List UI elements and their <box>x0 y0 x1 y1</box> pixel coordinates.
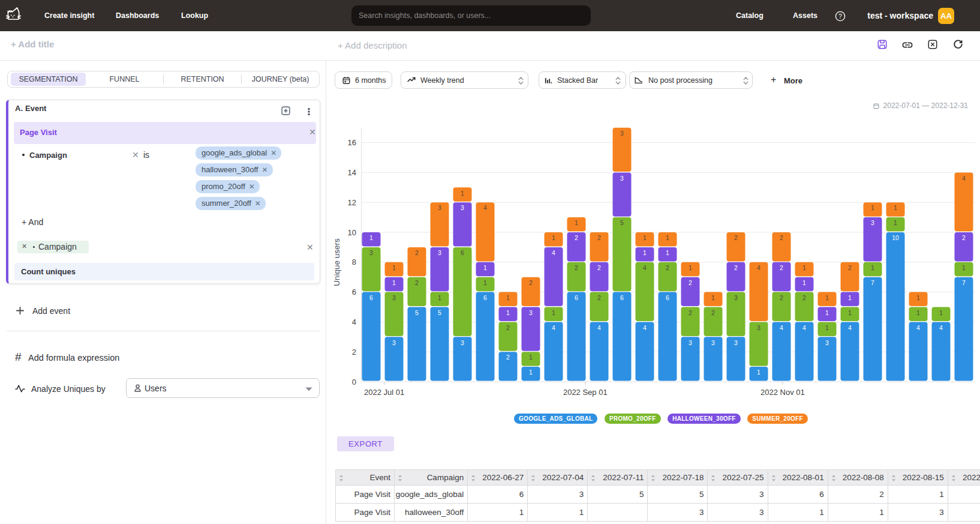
svg-text:1: 1 <box>643 249 647 256</box>
svg-text:16: 16 <box>348 138 356 147</box>
svg-text:3: 3 <box>757 324 760 331</box>
svg-text:2: 2 <box>597 234 601 241</box>
svg-text:4: 4 <box>352 318 356 327</box>
svg-text:4: 4 <box>962 175 966 182</box>
svg-text:4: 4 <box>597 324 601 331</box>
svg-text:5: 5 <box>620 219 624 226</box>
svg-text:2: 2 <box>689 309 692 316</box>
svg-text:1: 1 <box>711 294 715 301</box>
svg-text:1: 1 <box>802 264 806 271</box>
svg-text:4: 4 <box>780 324 783 331</box>
svg-text:4: 4 <box>848 324 852 331</box>
svg-text:4: 4 <box>483 204 487 211</box>
svg-text:2: 2 <box>666 264 669 271</box>
svg-text:1: 1 <box>575 219 578 226</box>
svg-text:1: 1 <box>529 369 533 376</box>
svg-text:2: 2 <box>575 234 578 241</box>
svg-text:4: 4 <box>802 324 806 331</box>
svg-text:1: 1 <box>848 309 852 316</box>
svg-text:3: 3 <box>529 309 533 316</box>
svg-text:1: 1 <box>643 234 647 241</box>
svg-text:2: 2 <box>711 309 715 316</box>
svg-text:2022 Nov 01: 2022 Nov 01 <box>760 388 805 397</box>
svg-text:2022 Jul 01: 2022 Jul 01 <box>364 388 404 397</box>
svg-text:6: 6 <box>483 294 487 301</box>
svg-text:3: 3 <box>871 219 874 226</box>
svg-text:14: 14 <box>348 168 356 177</box>
svg-text:6: 6 <box>352 288 356 297</box>
svg-text:1: 1 <box>757 369 760 376</box>
svg-text:1: 1 <box>552 309 555 316</box>
svg-text:10: 10 <box>892 234 899 241</box>
svg-text:3: 3 <box>734 339 738 346</box>
svg-text:2: 2 <box>506 324 510 331</box>
svg-text:4: 4 <box>916 324 920 331</box>
svg-text:5: 5 <box>438 309 441 316</box>
svg-text:1: 1 <box>894 204 897 211</box>
svg-text:6: 6 <box>461 249 464 256</box>
svg-text:1: 1 <box>506 309 510 316</box>
svg-text:0: 0 <box>352 378 356 387</box>
svg-text:2: 2 <box>780 264 783 271</box>
svg-text:12: 12 <box>348 198 356 207</box>
svg-text:6: 6 <box>575 294 578 301</box>
svg-text:1: 1 <box>438 294 441 301</box>
svg-text:3: 3 <box>369 249 373 256</box>
svg-text:Unique users: Unique users <box>332 238 341 286</box>
svg-text:2: 2 <box>734 264 738 271</box>
svg-text:4: 4 <box>757 264 760 271</box>
svg-text:2: 2 <box>415 249 419 256</box>
svg-text:6: 6 <box>666 294 669 301</box>
svg-text:1: 1 <box>666 249 669 256</box>
svg-text:2: 2 <box>780 294 783 301</box>
svg-text:2: 2 <box>506 354 510 361</box>
svg-text:1: 1 <box>894 219 897 226</box>
svg-text:6: 6 <box>620 294 624 301</box>
svg-text:3: 3 <box>825 339 829 346</box>
svg-text:3: 3 <box>734 294 738 301</box>
svg-text:1: 1 <box>848 294 852 301</box>
svg-text:2: 2 <box>689 279 692 286</box>
svg-text:1: 1 <box>666 234 669 241</box>
svg-text:1: 1 <box>825 294 829 301</box>
svg-text:?: ? <box>838 13 842 20</box>
svg-text:2: 2 <box>780 234 783 241</box>
svg-text:2: 2 <box>415 279 419 286</box>
svg-text:3: 3 <box>392 294 396 301</box>
svg-text:1: 1 <box>871 204 874 211</box>
svg-text:1: 1 <box>506 294 510 301</box>
svg-text:3: 3 <box>461 204 464 211</box>
svg-text:4: 4 <box>643 264 647 271</box>
svg-text:1: 1 <box>392 264 396 271</box>
svg-text:1: 1 <box>483 279 487 286</box>
svg-text:1: 1 <box>871 264 874 271</box>
svg-text:7: 7 <box>962 279 966 286</box>
svg-text:3: 3 <box>392 339 396 346</box>
svg-text:3: 3 <box>620 130 624 137</box>
svg-text:2: 2 <box>529 279 533 286</box>
svg-text:1: 1 <box>689 264 692 271</box>
svg-text:4: 4 <box>643 324 647 331</box>
svg-text:3: 3 <box>461 339 464 346</box>
svg-text:2: 2 <box>848 264 852 271</box>
svg-text:2: 2 <box>734 234 738 241</box>
svg-text:1: 1 <box>916 309 920 316</box>
svg-text:10: 10 <box>348 228 356 237</box>
svg-text:2022 Sep 01: 2022 Sep 01 <box>563 388 608 397</box>
svg-text:7: 7 <box>871 279 874 286</box>
svg-text:4: 4 <box>552 324 555 331</box>
svg-text:2: 2 <box>597 264 601 271</box>
svg-text:6: 6 <box>369 294 373 301</box>
svg-text:1: 1 <box>392 279 396 286</box>
svg-text:1: 1 <box>461 190 464 197</box>
svg-text:1: 1 <box>916 294 920 301</box>
svg-text:3: 3 <box>438 204 441 211</box>
svg-text:4: 4 <box>939 324 943 331</box>
svg-text:1: 1 <box>552 234 555 241</box>
svg-text:8: 8 <box>352 257 356 267</box>
svg-text:5: 5 <box>415 309 419 316</box>
svg-text:1: 1 <box>802 279 806 286</box>
svg-text:2: 2 <box>352 348 356 357</box>
svg-text:3: 3 <box>711 339 715 346</box>
svg-text:3: 3 <box>689 339 692 346</box>
